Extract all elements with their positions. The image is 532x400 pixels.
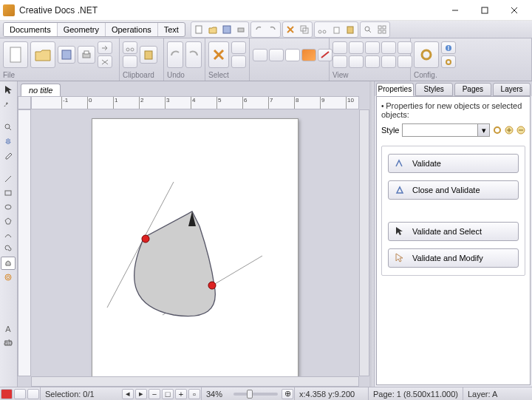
other-tool-2[interactable]	[1, 299, 16, 312]
gear-icon[interactable]	[493, 126, 502, 135]
copy-button[interactable]	[123, 55, 137, 68]
fill-white-button[interactable]	[285, 49, 300, 61]
view-snap-button[interactable]	[381, 41, 396, 54]
ellipse-tool[interactable]	[1, 200, 16, 214]
validate-button[interactable]: Validate	[388, 154, 519, 173]
order-back-button[interactable]	[269, 49, 284, 61]
remove-icon[interactable]	[516, 126, 525, 135]
document-tab[interactable]: no title	[21, 84, 61, 96]
open-doc-button[interactable]	[30, 41, 55, 68]
paste-icon[interactable]	[344, 23, 357, 36]
zoom-slider[interactable]	[233, 393, 278, 396]
sel-next-button[interactable]: ▸	[135, 389, 147, 399]
new-doc-button[interactable]	[3, 41, 28, 68]
save-icon[interactable]	[220, 23, 233, 36]
tab-layers[interactable]: Layers	[493, 83, 531, 96]
undo-icon[interactable]	[252, 23, 265, 36]
new-icon[interactable]	[192, 23, 205, 36]
vertical-scrollbar[interactable]	[359, 109, 369, 376]
info-button[interactable]: i	[441, 41, 456, 54]
delete-icon[interactable]	[284, 23, 297, 36]
open-icon[interactable]	[206, 23, 219, 36]
print-button[interactable]	[78, 46, 95, 64]
zoom-icon[interactable]	[361, 23, 375, 36]
zoom-plus-button[interactable]: ⊕	[282, 389, 293, 399]
cut-icon[interactable]	[316, 23, 329, 36]
add-icon[interactable]	[505, 126, 514, 135]
close-doc-button[interactable]	[98, 55, 112, 68]
drawing-shape[interactable]	[92, 119, 299, 376]
horizontal-scrollbar[interactable]	[31, 376, 359, 387]
print-icon[interactable]	[234, 23, 248, 36]
close-validate-button[interactable]: Close and Validate	[388, 180, 519, 200]
maximize-button[interactable]	[470, 1, 499, 19]
order-front-button[interactable]	[253, 49, 267, 61]
svg-rect-18	[383, 26, 386, 29]
validate-select-button[interactable]: Validate and Select	[388, 222, 519, 241]
zoom-in-button[interactable]: +	[175, 389, 187, 399]
validate-modify-button[interactable]: Validate and Modify	[388, 248, 519, 268]
view-8-button[interactable]	[365, 55, 380, 68]
settings-button[interactable]	[414, 41, 439, 68]
select-all-button[interactable]	[231, 41, 246, 54]
picker-tool[interactable]	[1, 149, 16, 162]
refresh-button[interactable]	[441, 55, 456, 68]
cut-button[interactable]	[123, 41, 137, 54]
ring-tool[interactable]	[1, 271, 16, 284]
redo-button[interactable]	[185, 41, 202, 68]
zoom-fit-button[interactable]: □	[162, 389, 174, 399]
menu-tab-operations[interactable]: Operations	[106, 23, 158, 36]
other-tool-1[interactable]	[1, 285, 16, 298]
view-rulers-button[interactable]	[365, 41, 380, 54]
duplicate-icon[interactable]	[298, 23, 311, 36]
shape-tool[interactable]	[1, 257, 16, 270]
minimize-button[interactable]	[440, 1, 470, 19]
delete-sel-button[interactable]	[208, 41, 229, 68]
close-button[interactable]	[499, 1, 529, 19]
tab-styles[interactable]: Styles	[415, 83, 453, 96]
view-abc-button[interactable]	[332, 55, 347, 68]
save-button[interactable]	[58, 46, 75, 64]
export-button[interactable]	[98, 41, 112, 54]
style-select[interactable]: ▾	[402, 123, 490, 137]
curve-tool[interactable]	[1, 228, 16, 242]
deselect-button[interactable]	[231, 55, 246, 68]
view-grid-button[interactable]	[332, 41, 347, 54]
sel-prev-button[interactable]: ◂	[122, 389, 134, 399]
tab-properties[interactable]: Properties	[376, 83, 414, 96]
view-7-button[interactable]	[349, 55, 364, 68]
view-10-button[interactable]	[398, 55, 412, 68]
menu-tab-text[interactable]: Text	[158, 23, 185, 36]
fill-gradient-button[interactable]	[301, 49, 316, 61]
line-tool[interactable]	[1, 172, 16, 186]
polygon-tool[interactable]	[1, 214, 16, 228]
spiral-tool[interactable]	[1, 243, 16, 256]
undo-button[interactable]	[167, 41, 183, 68]
view-guides-button[interactable]	[349, 41, 364, 54]
select-tool[interactable]	[1, 83, 16, 96]
redo-icon[interactable]	[266, 23, 279, 36]
text-tool[interactable]: A	[1, 322, 16, 336]
status-layers-button[interactable]	[27, 389, 39, 399]
hand-tool[interactable]	[1, 135, 16, 148]
paste-button[interactable]	[140, 46, 157, 64]
zoom-tool[interactable]	[1, 121, 16, 134]
panel-info-text: • Properties for new objects or selected…	[381, 101, 525, 119]
tab-pages[interactable]: Pages	[454, 83, 492, 96]
menu-tab-geometry[interactable]: Geometry	[58, 23, 106, 36]
copy-icon[interactable]	[330, 23, 343, 36]
view-5-button[interactable]	[398, 41, 412, 54]
grid-icon[interactable]	[375, 23, 389, 36]
edit-tool[interactable]	[1, 97, 16, 110]
rect-tool[interactable]	[1, 186, 16, 200]
status-rec-button[interactable]	[1, 389, 13, 399]
chevron-down-icon[interactable]: ▾	[477, 124, 489, 136]
svg-rect-20	[383, 30, 386, 33]
textbox-tool[interactable]: ab	[1, 336, 16, 350]
zoom-page-button[interactable]: ▫	[188, 389, 200, 399]
canvas-viewport[interactable]	[31, 109, 359, 376]
zoom-out-button[interactable]: −	[149, 389, 160, 399]
view-9-button[interactable]	[381, 55, 396, 68]
status-doc-button[interactable]	[14, 389, 26, 399]
menu-tab-documents[interactable]: Documents	[4, 23, 58, 36]
